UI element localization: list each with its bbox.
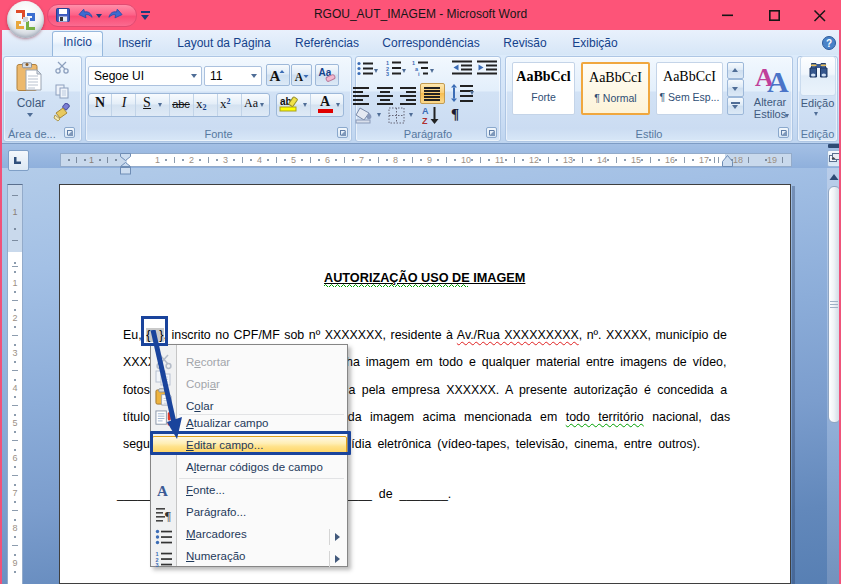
svg-text:A: A — [767, 65, 789, 94]
svg-text:Z: Z — [422, 116, 428, 125]
svg-text:A: A — [422, 106, 429, 116]
svg-text:3: 3 — [386, 71, 389, 76]
svg-text:¶: ¶ — [165, 508, 171, 523]
svg-text:i: i — [418, 71, 420, 76]
svg-text:3: 3 — [156, 562, 159, 568]
svg-text:?: ? — [826, 38, 832, 49]
svg-text:A: A — [295, 71, 304, 83]
svg-text:A: A — [270, 68, 281, 84]
